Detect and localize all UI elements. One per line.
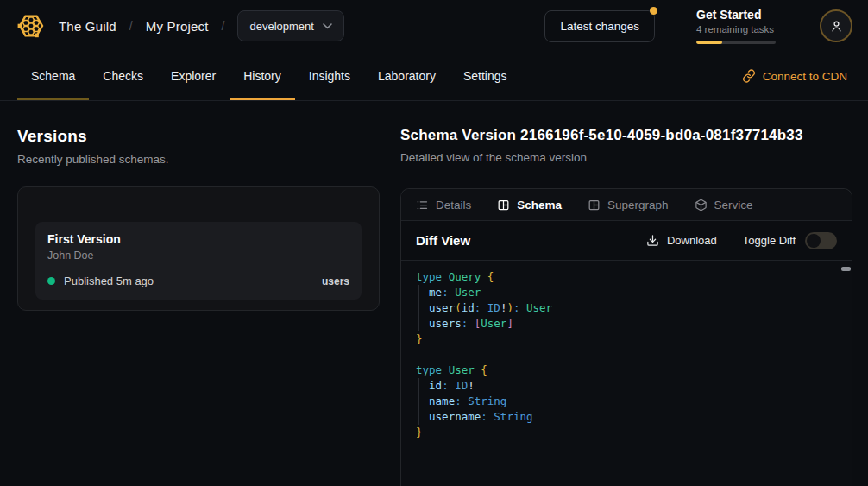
versions-title: Versions <box>17 127 380 146</box>
breadcrumb-project[interactable]: My Project <box>146 19 209 34</box>
tab-schema[interactable]: Schema <box>497 199 562 211</box>
tab-details[interactable]: Details <box>416 199 471 211</box>
tab-schema-label: Schema <box>517 199 562 211</box>
versions-list-card: First Version John Doe Published 5m ago … <box>17 186 380 311</box>
code-line: } <box>416 331 826 347</box>
user-avatar-button[interactable] <box>820 9 852 42</box>
columns-icon <box>497 199 510 211</box>
tab-supergraph[interactable]: Supergraph <box>588 199 669 211</box>
version-author: John Doe <box>47 249 349 262</box>
scrollbar-thumb[interactable] <box>841 267 851 271</box>
nav-tab-list: Schema Checks Explorer History Insights … <box>17 52 521 100</box>
notification-dot <box>650 7 657 15</box>
top-header: The Guild / My Project / development Lat… <box>0 0 868 52</box>
nav-tab-checks[interactable]: Checks <box>89 52 157 100</box>
code-line: name: String <box>416 394 826 409</box>
progress-fill <box>696 41 722 44</box>
breadcrumb-separator: / <box>222 19 225 33</box>
link-icon <box>742 69 756 83</box>
code-line: type Query { <box>416 269 826 285</box>
tab-service[interactable]: Service <box>695 199 753 211</box>
download-icon <box>646 234 659 247</box>
version-meta-row: Published 5m ago users <box>47 275 349 287</box>
toggle-diff-switch[interactable] <box>805 232 837 249</box>
main-content: Versions Recently published schemas. Fir… <box>0 101 868 486</box>
chevron-down-icon <box>323 23 332 29</box>
connect-to-cdn-link[interactable]: Connect to CDN <box>742 69 847 83</box>
target-dropdown[interactable]: development <box>237 10 343 41</box>
toggle-diff-control: Toggle Diff <box>743 232 837 249</box>
code-line: users: [User] <box>416 316 826 331</box>
code-line: user(id: ID!): User <box>416 300 826 316</box>
header-actions: Latest changes Get Started 4 remaining t… <box>544 8 852 44</box>
nav-tab-settings[interactable]: Settings <box>450 52 521 100</box>
diff-actions: Download Toggle Diff <box>646 232 837 249</box>
version-detail-column: Schema Version 2166196f-5e10-4059-bd0a-0… <box>400 101 868 486</box>
code-line: id: ID! <box>416 378 826 394</box>
target-dropdown-value: development <box>249 20 313 33</box>
breadcrumb-org[interactable]: The Guild <box>59 19 116 34</box>
code-lines: type Query { me: User user(id: ID!): Use… <box>416 269 826 440</box>
tab-details-label: Details <box>436 199 471 211</box>
get-started-title: Get Started <box>696 8 778 22</box>
version-service-name: users <box>322 275 349 287</box>
columns-icon <box>588 199 601 211</box>
code-line: } <box>416 425 826 440</box>
latest-changes-button[interactable]: Latest changes <box>544 10 655 42</box>
cdn-link-label: Connect to CDN <box>763 70 847 83</box>
person-icon <box>829 19 844 34</box>
version-detail-title: Schema Version 2166196f-5e10-4059-bd0a-0… <box>400 127 852 144</box>
tab-supergraph-label: Supergraph <box>607 199 669 211</box>
get-started-progress-track <box>696 41 776 44</box>
code-line: username: String <box>416 409 826 425</box>
list-icon <box>416 199 429 211</box>
download-button[interactable]: Download <box>646 234 717 247</box>
toggle-diff-label: Toggle Diff <box>743 234 796 247</box>
nav-tab-explorer[interactable]: Explorer <box>157 52 230 100</box>
breadcrumb: The Guild / My Project / development <box>59 10 344 41</box>
version-detail-panel: Details Schema <box>400 188 852 486</box>
code-line: type User { <box>416 363 826 378</box>
schema-code-block[interactable]: type Query { me: User user(id: ID!): Use… <box>401 261 852 486</box>
diff-header-row: Diff View Download Toggle Diff <box>401 221 852 261</box>
breadcrumb-separator: / <box>129 19 133 33</box>
versions-subtitle: Recently published schemas. <box>17 153 380 166</box>
detail-tab-bar: Details Schema <box>401 189 852 221</box>
code-line: me: User <box>416 285 826 300</box>
vertical-scrollbar[interactable] <box>840 261 852 486</box>
get-started-subtitle: 4 remaining tasks <box>696 24 778 35</box>
version-list-item[interactable]: First Version John Doe Published 5m ago … <box>35 222 362 300</box>
code-line <box>416 347 826 363</box>
download-label: Download <box>667 234 717 247</box>
app-window: The Guild / My Project / development Lat… <box>0 0 868 486</box>
versions-column: Versions Recently published schemas. Fir… <box>0 101 400 486</box>
tab-service-label: Service <box>714 199 753 211</box>
switch-knob <box>807 234 821 248</box>
version-name: First Version <box>47 232 349 246</box>
nav-tab-schema[interactable]: Schema <box>17 52 89 100</box>
version-status: Published 5m ago <box>64 275 154 287</box>
published-status-dot <box>47 277 55 285</box>
nav-tab-insights[interactable]: Insights <box>295 52 364 100</box>
diff-view-title: Diff View <box>416 233 470 248</box>
version-detail-subtitle: Detailed view of the schema version <box>400 151 852 164</box>
primary-nav: Schema Checks Explorer History Insights … <box>0 52 868 101</box>
box-icon <box>695 199 708 211</box>
get-started-widget[interactable]: Get Started 4 remaining tasks <box>696 8 778 44</box>
hive-logo-icon[interactable] <box>14 9 48 43</box>
latest-changes-label: Latest changes <box>560 20 639 33</box>
nav-tab-history[interactable]: History <box>230 52 295 100</box>
nav-tab-laboratory[interactable]: Laboratory <box>364 52 450 100</box>
